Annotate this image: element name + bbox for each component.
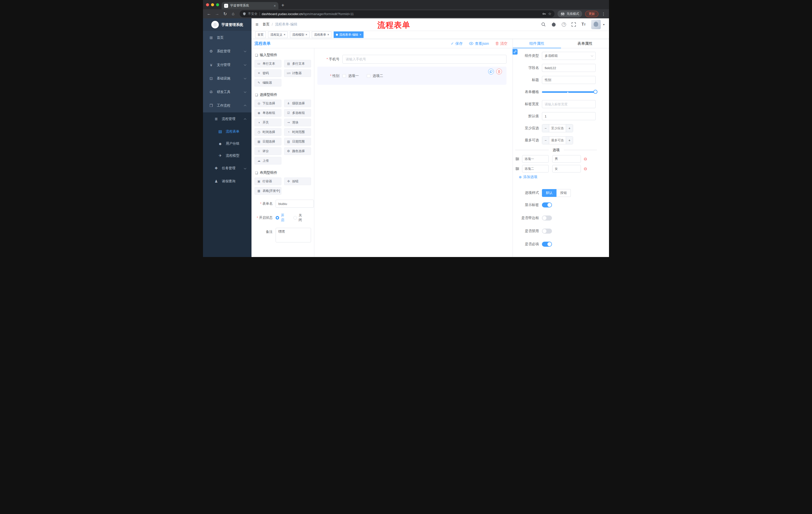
save-button[interactable]: ✓保存 [451, 41, 463, 46]
duplicate-component-button[interactable] [488, 69, 494, 75]
palette-item-password[interactable]: ✳密码 [255, 70, 281, 77]
close-window-button[interactable] [206, 3, 209, 6]
tag-process-form-edit[interactable]: 流程表单-编辑× [334, 31, 364, 38]
default-value-input[interactable] [542, 112, 596, 120]
close-icon[interactable]: × [306, 33, 307, 36]
palette-item-editor[interactable]: ✎编辑器 [255, 79, 281, 86]
reload-icon[interactable]: ↻ [222, 10, 229, 17]
update-button[interactable]: 更新 [585, 11, 599, 17]
sidebar-item-system-management[interactable]: ⚙ 系统管理 [203, 45, 252, 58]
sidebar-item-infrastructure[interactable]: ⊡ 基础设施 [203, 72, 252, 85]
max-select-input[interactable] [549, 137, 566, 144]
gender-option-2[interactable]: 选项二 [367, 74, 383, 78]
sidebar-item-leave-query[interactable]: ♟ 请假查询 [203, 175, 252, 188]
phone-input[interactable] [343, 55, 506, 64]
tag-process-form[interactable]: 流程表单× [312, 31, 331, 38]
forward-icon[interactable]: → [213, 10, 221, 17]
search-icon[interactable] [541, 22, 546, 27]
github-icon[interactable] [551, 22, 556, 27]
tag-process-model[interactable]: 流程模型× [290, 31, 310, 38]
component-type-select[interactable]: 多选框组 [542, 52, 596, 60]
sidebar-item-process-management[interactable]: ≣ 流程管理 [203, 112, 252, 126]
bookmark-star-icon[interactable]: ☆ [548, 11, 551, 16]
decrease-button[interactable]: − [542, 125, 549, 132]
increase-button[interactable]: + [566, 125, 573, 132]
sidebar-item-user-group[interactable]: ☻ 用户分组 [203, 138, 252, 150]
sidebar-item-process-form[interactable]: ▤ 流程表单 [203, 126, 252, 138]
tag-process-definition[interactable]: 流程定义× [268, 31, 288, 38]
tag-home[interactable]: 首页 [255, 31, 266, 38]
checkbox-icon[interactable] [367, 74, 370, 78]
zoom-window-button[interactable] [216, 3, 219, 6]
palette-item-multi-line-text[interactable]: ▤多行文本 [284, 60, 311, 67]
field-link-icon[interactable] [513, 49, 518, 55]
tab-close-icon[interactable]: × [273, 4, 276, 7]
font-size-icon[interactable]: TT [581, 22, 586, 27]
palette-item-upload[interactable]: ☁上传 [255, 157, 281, 164]
palette-item-date-range[interactable]: ▧日期范围 [284, 138, 311, 145]
palette-item-button[interactable]: ✜按钮 [284, 178, 311, 185]
palette-item-table-dev[interactable]: ▩表格[开发中] [255, 187, 281, 195]
close-icon[interactable]: × [359, 33, 361, 36]
palette-item-cascader[interactable]: ⋔级联选择 [284, 100, 311, 107]
browser-menu-icon[interactable]: ⋮ [601, 11, 607, 16]
sidebar-item-home[interactable]: ⊞ 首页 [203, 31, 252, 45]
option-name-input[interactable] [522, 165, 549, 172]
user-avatar[interactable] [591, 20, 601, 29]
style-default-button[interactable]: 默认 [542, 189, 556, 197]
sidebar-item-payment-management[interactable]: ¥ 支付管理 [203, 58, 252, 72]
form-grid-slider[interactable] [542, 88, 597, 96]
delete-component-button[interactable] [496, 69, 502, 75]
palette-item-row-container[interactable]: ▣行容器 [255, 178, 281, 185]
palette-item-color-picker[interactable]: ❂颜色选择 [284, 147, 311, 155]
fullscreen-icon[interactable] [572, 22, 576, 27]
option-name-input[interactable] [522, 155, 549, 163]
sidebar-item-task-management[interactable]: ❖ 任务管理 [203, 162, 252, 175]
add-option-button[interactable]: ⊕ 添加选项 [519, 175, 597, 179]
password-key-icon[interactable] [542, 12, 546, 16]
sidebar-item-workflow[interactable]: ❒ 工作流程 [203, 99, 252, 112]
field-name-input[interactable] [542, 64, 596, 72]
title-input[interactable] [542, 76, 596, 84]
remove-option-icon[interactable]: ⊖ [584, 167, 587, 171]
breadcrumb-home[interactable]: 首页 [263, 22, 269, 27]
close-icon[interactable]: × [327, 33, 329, 36]
palette-item-time-range[interactable]: ◔时间范围 [284, 128, 311, 136]
with-border-toggle[interactable] [542, 216, 552, 220]
remove-option-icon[interactable]: ⊖ [584, 157, 587, 161]
tab-form-props[interactable]: 表单属性 [561, 39, 609, 48]
checkbox-icon[interactable] [343, 74, 346, 78]
increase-button[interactable]: + [566, 137, 573, 144]
style-button-button[interactable]: 按钮 [556, 189, 571, 197]
minimize-window-button[interactable] [211, 3, 214, 6]
new-tab-button[interactable]: + [281, 3, 284, 8]
drag-handle-icon[interactable] [515, 157, 520, 161]
palette-item-time-picker[interactable]: ◷时间选择 [255, 128, 281, 136]
selected-component-gender[interactable]: 性别 选项一 选项二 [317, 66, 506, 85]
required-toggle[interactable] [542, 242, 552, 247]
palette-item-date-picker[interactable]: ▦日期选择 [255, 138, 281, 145]
address-bar[interactable]: 不安全 dashboard.yudao.iocoder.cn/bpm/manag… [240, 10, 554, 17]
palette-item-rate[interactable]: ☆评分 [255, 147, 281, 155]
option-value-input[interactable] [552, 165, 581, 172]
palette-item-checkbox-group[interactable]: ☑多选框组 [284, 109, 311, 117]
palette-item-dropdown-select[interactable]: ◎下拉选择 [255, 100, 281, 107]
drag-handle-icon[interactable] [515, 167, 520, 170]
tab-component-props[interactable]: 组件属性 [513, 39, 561, 48]
form-canvas[interactable]: 手机号 [314, 48, 513, 257]
decrease-button[interactable]: − [542, 137, 549, 144]
hamburger-icon[interactable]: ≡ [256, 22, 259, 27]
label-width-input[interactable] [542, 100, 596, 108]
palette-item-counter[interactable]: 123计数器 [284, 70, 311, 77]
disabled-toggle[interactable] [542, 228, 552, 234]
palette-item-switch[interactable]: ◑开关 [255, 119, 281, 126]
slider-track[interactable] [542, 91, 597, 93]
show-label-toggle[interactable] [542, 202, 552, 208]
back-icon[interactable]: ← [205, 10, 212, 17]
view-json-button[interactable]: 查看json [469, 41, 489, 46]
status-radio-on[interactable]: 开启 [276, 213, 287, 222]
sidebar-item-dev-tools[interactable]: ✇ 研发工具 [203, 85, 252, 99]
browser-tab[interactable]: 芋道管理系统 × [222, 2, 279, 9]
palette-item-slider[interactable]: ⊸滑块 [284, 119, 311, 126]
avatar-caret-icon[interactable]: ▾ [603, 23, 605, 26]
